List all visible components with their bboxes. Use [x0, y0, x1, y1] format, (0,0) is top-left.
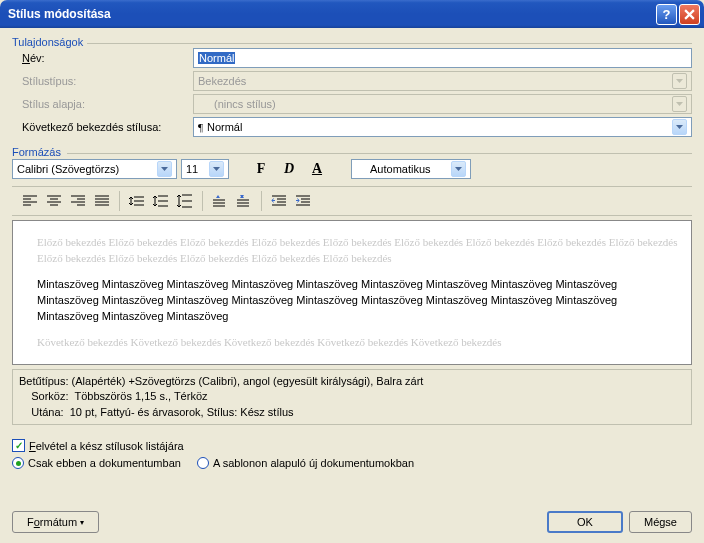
- align-justify-button[interactable]: [90, 190, 114, 212]
- size-select[interactable]: 11: [181, 159, 229, 179]
- italic-button[interactable]: D: [277, 158, 301, 180]
- align-right-button[interactable]: [66, 190, 90, 212]
- format-menu-button[interactable]: Formátum ▾: [12, 511, 99, 533]
- indent-dec-button[interactable]: [267, 190, 291, 212]
- styletype-value: Bekezdés: [198, 75, 246, 87]
- name-input[interactable]: Normál: [193, 48, 692, 68]
- align-center-button[interactable]: [42, 190, 66, 212]
- nextstyle-value: Normál: [207, 121, 242, 133]
- font-select[interactable]: Calibri (Szövegtörzs): [12, 159, 177, 179]
- help-button[interactable]: ?: [656, 4, 677, 25]
- paragraph-toolbar: [12, 186, 692, 216]
- only-doc-radio[interactable]: [12, 457, 24, 469]
- chevron-down-icon: [672, 96, 687, 112]
- preview-main: Mintaszöveg Mintaszöveg Mintaszöveg Mint…: [37, 277, 681, 325]
- only-doc-label[interactable]: Csak ebben a dokumentumban: [28, 457, 181, 469]
- fontcolor-select[interactable]: Automatikus: [351, 159, 471, 179]
- size-value: 11: [186, 163, 198, 175]
- template-radio[interactable]: [197, 457, 209, 469]
- ok-button[interactable]: OK: [547, 511, 623, 533]
- name-label: Név:: [22, 52, 187, 64]
- space-before-inc-button[interactable]: [208, 190, 232, 212]
- pilcrow-icon: ¶: [198, 121, 203, 133]
- desc-line: Betűtípus: (Alapérték) +Szövegtörzs (Cal…: [19, 374, 685, 389]
- properties-group: Tulajdonságok Név: Normál Stílustípus: B…: [12, 36, 692, 140]
- linespacing-1-button[interactable]: [125, 190, 149, 212]
- underline-button[interactable]: A: [305, 158, 329, 180]
- add-to-list-label[interactable]: Felvétel a kész stílusok listájára: [29, 440, 184, 452]
- chevron-down-icon: [672, 73, 687, 89]
- space-before-dec-button[interactable]: [232, 190, 256, 212]
- stylebase-label: Stílus alapja:: [22, 98, 187, 110]
- titlebar-title: Stílus módosítása: [8, 7, 656, 21]
- format-group: Formázás Calibri (Szövegtörzs) 11 F D A …: [12, 146, 692, 425]
- linespacing-2-button[interactable]: [173, 190, 197, 212]
- styletype-select: Bekezdés: [193, 71, 692, 91]
- description-box: Betűtípus: (Alapérték) +Szövegtörzs (Cal…: [12, 369, 692, 425]
- indent-inc-button[interactable]: [291, 190, 315, 212]
- chevron-down-icon: [672, 119, 687, 135]
- template-label[interactable]: A sablonon alapuló új dokumentumokban: [213, 457, 414, 469]
- chevron-down-icon: [451, 161, 466, 177]
- bold-button[interactable]: F: [249, 158, 273, 180]
- align-left-button[interactable]: [18, 190, 42, 212]
- nextstyle-label: Következő bekezdés stílusa:: [22, 121, 187, 133]
- chevron-down-icon: [209, 161, 224, 177]
- stylebase-value: (nincs stílus): [214, 98, 276, 110]
- chevron-down-icon: ▾: [80, 518, 84, 527]
- format-button-label: Formátum: [27, 516, 77, 528]
- close-button[interactable]: [679, 4, 700, 25]
- preview-next: Következő bekezdés Következő bekezdés Kö…: [37, 335, 681, 351]
- nextstyle-select[interactable]: ¶Normál: [193, 117, 692, 137]
- desc-line: Utána: 10 pt, Fattyú- és árvasorok, Stíl…: [19, 405, 685, 420]
- font-value: Calibri (Szövegtörzs): [17, 163, 119, 175]
- styletype-label: Stílustípus:: [22, 75, 187, 87]
- preview-prev: Előző bekezdés Előző bekezdés Előző beke…: [37, 235, 681, 267]
- close-icon: [684, 9, 695, 20]
- preview-box: Előző bekezdés Előző bekezdés Előző beke…: [12, 220, 692, 365]
- add-to-list-checkbox[interactable]: ✓: [12, 439, 25, 452]
- stylebase-select: (nincs stílus): [193, 94, 692, 114]
- desc-line: Sorköz: Többszörös 1,15 s., Térköz: [19, 389, 685, 404]
- chevron-down-icon: [157, 161, 172, 177]
- fontcolor-value: Automatikus: [370, 163, 431, 175]
- titlebar: Stílus módosítása ?: [0, 0, 704, 28]
- cancel-button[interactable]: Mégse: [629, 511, 692, 533]
- linespacing-15-button[interactable]: [149, 190, 173, 212]
